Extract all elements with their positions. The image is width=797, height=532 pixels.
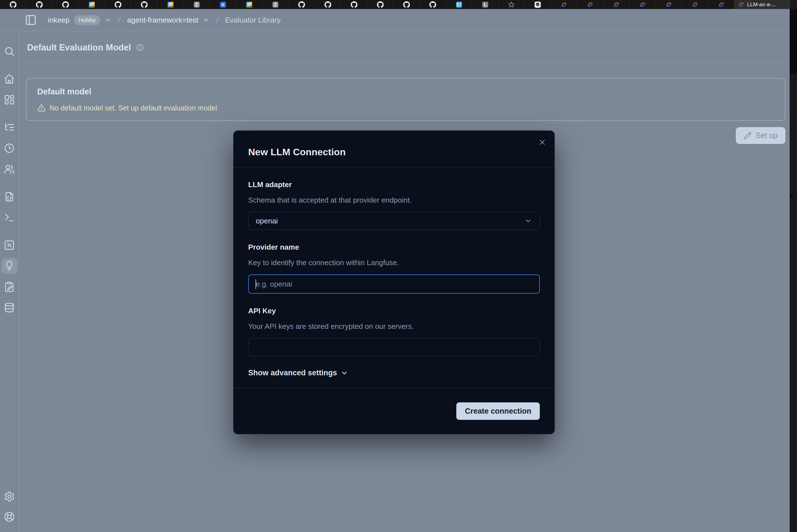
provider-name-label: Provider name [248, 243, 540, 252]
llm-adapter-value: openai [256, 217, 278, 225]
api-key-label: API Key [248, 307, 540, 315]
browser-tab-langfuse[interactable] [682, 0, 708, 9]
sidebar-item-search[interactable] [1, 43, 17, 59]
browser-tab-langfuse[interactable] [551, 0, 577, 9]
github-icon [403, 1, 410, 8]
langfuse-icon [665, 1, 672, 8]
sidebar-item-terminal[interactable] [1, 210, 17, 225]
home-icon [4, 73, 15, 84]
clipboard-pen-icon [4, 281, 15, 292]
browser-tab-github[interactable] [105, 0, 131, 9]
api-key-description: Your API keys are stored encrypted on ou… [248, 322, 540, 331]
llm-adapter-description: Schema that is accepted at that provider… [248, 196, 540, 205]
show-advanced-settings-toggle[interactable]: Show advanced settings [248, 368, 348, 377]
set-up-label: Set up [756, 131, 778, 140]
sidebar-item-users[interactable] [1, 161, 17, 177]
browser-tab-gcal[interactable]: 31 [236, 0, 262, 9]
search-icon [4, 46, 15, 57]
github-icon [298, 1, 305, 8]
browser-tab-github[interactable] [289, 0, 315, 9]
browser-tab-github[interactable] [52, 0, 79, 9]
api-key-input[interactable] [248, 338, 540, 356]
browser-tab-github[interactable] [420, 0, 446, 9]
provider-name-placeholder: e.g. openai [256, 280, 292, 288]
browser-tab-chat[interactable] [446, 0, 472, 9]
warning-text: No default model set. Set up default eva… [50, 104, 217, 112]
browser-tab-github[interactable] [131, 0, 157, 9]
github-icon [114, 1, 122, 8]
svg-text:31: 31 [247, 3, 250, 6]
project-switcher-chevron-icon[interactable] [202, 16, 210, 24]
page-title-row: Default Evaluation Model [19, 32, 790, 64]
sidebar-item-home[interactable] [1, 71, 17, 87]
browser-tab-github[interactable] [341, 0, 367, 9]
gcal-icon: 31 [246, 1, 253, 8]
gdocs-icon [219, 1, 227, 8]
plan-badge: Hobby [74, 15, 101, 25]
sidebar-item-file-json[interactable] [1, 189, 17, 205]
browser-tab-strip: 3131Z31ZL LLM-as-a-... [0, 0, 797, 9]
clock-icon [4, 142, 15, 154]
chevron-down-icon [524, 217, 532, 225]
browser-tab-github[interactable] [394, 0, 420, 9]
breadcrumb-org[interactable]: inkeep [48, 16, 70, 24]
browser-tab-zotero[interactable]: Z [262, 0, 289, 9]
card-title: Default model [37, 87, 774, 96]
browser-tab-langfuse[interactable] [630, 0, 656, 9]
sidebar-item-lightbulb[interactable] [1, 258, 17, 274]
breadcrumb-project[interactable]: agent-framework=test [127, 16, 198, 24]
sidebar-item-database[interactable] [1, 300, 17, 316]
langfuse-icon [586, 1, 594, 8]
org-switcher-chevron-icon[interactable] [104, 16, 111, 24]
github-icon [141, 1, 148, 8]
browser-tab-github[interactable] [26, 0, 52, 9]
browser-tab-linear[interactable]: L [472, 0, 498, 9]
browser-tab-gcal[interactable]: 31 [157, 0, 184, 9]
svg-text:Z: Z [195, 2, 198, 7]
browser-tab-active[interactable]: LLM-as-a-... [735, 0, 790, 9]
browser-tab-github[interactable] [0, 0, 26, 9]
breadcrumb-separator: / [115, 16, 123, 24]
browser-tab-langfuse[interactable] [577, 0, 603, 9]
openai-icon [534, 1, 541, 8]
close-icon[interactable] [538, 138, 547, 147]
github-icon [324, 1, 331, 8]
sidebar-item-settings[interactable] [1, 489, 17, 505]
modal-header: New LLM Connection [234, 131, 555, 168]
provider-name-input[interactable]: e.g. openai [248, 274, 540, 293]
modal-title: New LLM Connection [248, 147, 540, 157]
sidebar-item-layout-grid[interactable] [1, 92, 17, 108]
sidebar-toggle-icon[interactable] [25, 14, 37, 26]
sidebar-item-clock[interactable] [1, 140, 17, 156]
browser-tab-github[interactable] [367, 0, 394, 9]
sidebar-item-clipboard-pen[interactable] [1, 279, 17, 295]
triangle-alert-icon [37, 104, 46, 112]
create-connection-button[interactable]: Create connection [456, 402, 540, 420]
file-json-icon [4, 191, 15, 202]
browser-tab-gcal[interactable]: 31 [79, 0, 105, 9]
advanced-toggle-label: Show advanced settings [248, 368, 337, 377]
sidebar-nav [0, 32, 19, 532]
llm-adapter-select[interactable]: openai [248, 212, 540, 230]
sidebar-item-list-tree[interactable] [1, 119, 17, 135]
edge-dark-segment [790, 9, 797, 74]
star-icon [508, 1, 515, 8]
browser-tab-star[interactable] [498, 0, 525, 9]
browser-tab-github[interactable] [315, 0, 341, 9]
browser-tab-openai[interactable] [525, 0, 551, 9]
langfuse-icon [691, 1, 699, 8]
browser-tab-langfuse[interactable] [708, 0, 735, 9]
github-icon [36, 1, 43, 8]
sidebar-item-life-buoy[interactable] [1, 509, 17, 525]
set-up-button[interactable]: Set up [736, 127, 785, 144]
browser-tab-langfuse[interactable] [656, 0, 682, 9]
browser-tab-gdocs[interactable] [210, 0, 236, 9]
browser-tab-zotero[interactable]: Z [184, 0, 210, 9]
linear-icon: L [482, 1, 489, 8]
github-icon [377, 1, 384, 8]
info-icon[interactable] [136, 44, 144, 51]
lightbulb-icon [4, 260, 15, 272]
browser-tab-langfuse[interactable] [603, 0, 630, 9]
svg-text:31: 31 [90, 3, 93, 6]
sidebar-item-square-percent[interactable] [1, 237, 17, 253]
